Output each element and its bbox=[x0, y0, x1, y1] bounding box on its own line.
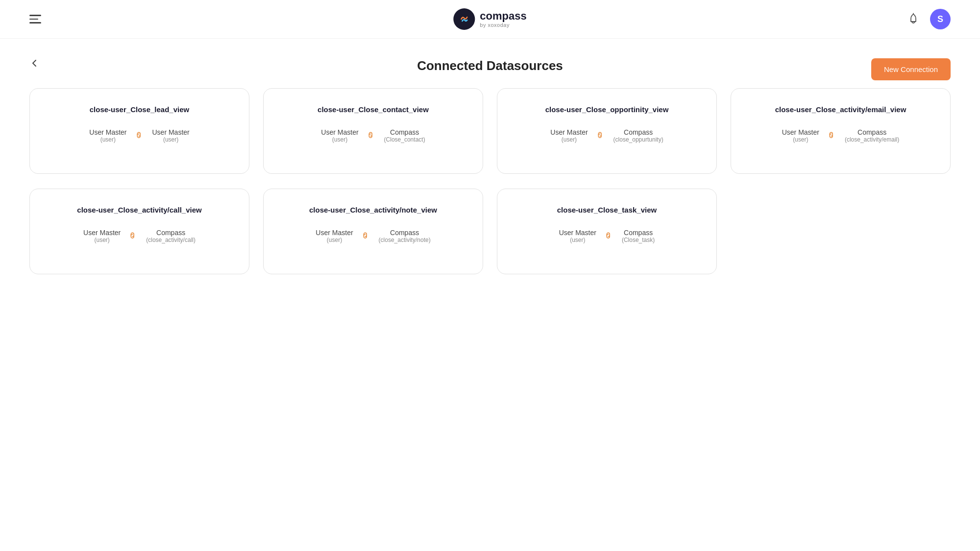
card-title: close-user_Close_activity/email_view bbox=[743, 104, 938, 115]
connection-card: close-user_Close_activity/note_view User… bbox=[263, 189, 483, 274]
card-title: close-user_Close_task_view bbox=[509, 205, 705, 215]
target-sub: (Close_task) bbox=[622, 237, 655, 243]
logo-name: compass bbox=[480, 10, 526, 22]
link-icon bbox=[824, 128, 840, 144]
header-right: S bbox=[905, 9, 951, 29]
card-title: close-user_Close_contact_view bbox=[275, 104, 471, 115]
connection-card: close-user_Close_activity/call_view User… bbox=[29, 189, 249, 274]
connection-card: close-user_Close_task_view User Master (… bbox=[497, 189, 717, 274]
connection-card: close-user_Close_activity/email_view Use… bbox=[731, 88, 951, 174]
target-name: User Master bbox=[152, 128, 190, 136]
source-sub: (user) bbox=[100, 136, 116, 143]
link-icon bbox=[125, 228, 141, 244]
connection-source: User Master (user) bbox=[782, 128, 819, 143]
source-sub: (user) bbox=[94, 237, 109, 243]
card-connection: User Master (user) User Master (user) bbox=[42, 128, 237, 143]
logo-text: compass by xoxoday bbox=[480, 10, 526, 28]
source-sub: (user) bbox=[332, 136, 347, 143]
card-connection: User Master (user) Compass (Close_contac… bbox=[275, 128, 471, 143]
target-sub: (Close_contact) bbox=[384, 136, 425, 143]
target-name: Compass bbox=[156, 229, 185, 237]
connection-target: User Master (user) bbox=[152, 128, 190, 143]
target-name: Compass bbox=[858, 128, 886, 136]
source-sub: (user) bbox=[562, 136, 577, 143]
target-sub: (close_activity/call) bbox=[146, 237, 196, 243]
source-name: User Master bbox=[316, 229, 353, 237]
card-connection: User Master (user) Compass (close_activi… bbox=[275, 229, 471, 243]
connection-card: close-user_Close_lead_view User Master (… bbox=[29, 88, 249, 174]
header: compass by xoxoday S bbox=[0, 0, 980, 39]
hamburger-menu-icon[interactable] bbox=[29, 15, 41, 24]
target-name: Compass bbox=[390, 229, 419, 237]
link-icon bbox=[593, 128, 609, 144]
card-title: close-user_Close_activity/call_view bbox=[42, 205, 237, 215]
page-title: Connected Datasources bbox=[29, 58, 951, 73]
logo-icon bbox=[453, 8, 475, 30]
source-name: User Master bbox=[321, 128, 358, 136]
logo-area: compass by xoxoday bbox=[453, 8, 526, 30]
source-name: User Master bbox=[559, 229, 596, 237]
connection-source: User Master (user) bbox=[559, 229, 596, 243]
cards-grid-row2: close-user_Close_activity/call_view User… bbox=[29, 189, 951, 274]
card-title: close-user_Close_activity/note_view bbox=[275, 205, 471, 215]
card-connection: User Master (user) Compass (close_oppurt… bbox=[509, 128, 705, 143]
connection-source: User Master (user) bbox=[83, 229, 121, 243]
cards-grid-row1: close-user_Close_lead_view User Master (… bbox=[29, 88, 951, 174]
connection-source: User Master (user) bbox=[316, 229, 353, 243]
connection-target: Compass (close_oppurtunity) bbox=[613, 128, 663, 143]
logo-sub: by xoxoday bbox=[480, 22, 526, 28]
source-name: User Master bbox=[83, 229, 121, 237]
back-button[interactable] bbox=[29, 58, 39, 68]
user-avatar[interactable]: S bbox=[930, 9, 951, 29]
main-content: Connected Datasources New Connection clo… bbox=[0, 39, 980, 294]
link-icon bbox=[132, 128, 147, 144]
source-name: User Master bbox=[89, 128, 126, 136]
connection-card: close-user_Close_opportinity_view User M… bbox=[497, 88, 717, 174]
link-icon bbox=[358, 228, 374, 244]
source-sub: (user) bbox=[570, 237, 585, 243]
card-title: close-user_Close_lead_view bbox=[42, 104, 237, 115]
connection-source: User Master (user) bbox=[89, 128, 126, 143]
target-sub: (user) bbox=[163, 136, 178, 143]
svg-point-0 bbox=[457, 12, 471, 26]
connection-source: User Master (user) bbox=[321, 128, 358, 143]
connection-target: Compass (close_activity/email) bbox=[845, 128, 899, 143]
card-connection: User Master (user) Compass (close_activi… bbox=[42, 229, 237, 243]
target-name: Compass bbox=[624, 229, 653, 237]
target-sub: (close_oppurtunity) bbox=[613, 136, 663, 143]
source-name: User Master bbox=[782, 128, 819, 136]
link-icon bbox=[364, 128, 379, 144]
connection-target: Compass (close_activity/call) bbox=[146, 229, 196, 243]
connection-target: Compass (Close_task) bbox=[622, 229, 655, 243]
link-icon bbox=[601, 228, 617, 244]
card-connection: User Master (user) Compass (Close_task) bbox=[509, 229, 705, 243]
card-title: close-user_Close_opportinity_view bbox=[509, 104, 705, 115]
connection-source: User Master (user) bbox=[550, 128, 588, 143]
connection-card: close-user_Close_contact_view User Maste… bbox=[263, 88, 483, 174]
connection-target: Compass (Close_contact) bbox=[384, 128, 425, 143]
notification-bell-icon[interactable] bbox=[905, 10, 922, 28]
target-sub: (close_activity/note) bbox=[379, 237, 431, 243]
target-name: Compass bbox=[390, 128, 419, 136]
source-sub: (user) bbox=[793, 136, 808, 143]
connection-target: Compass (close_activity/note) bbox=[379, 229, 431, 243]
target-name: Compass bbox=[624, 128, 653, 136]
card-connection: User Master (user) Compass (close_activi… bbox=[743, 128, 938, 143]
header-left bbox=[29, 15, 41, 24]
new-connection-button[interactable]: New Connection bbox=[871, 58, 951, 80]
source-name: User Master bbox=[550, 128, 588, 136]
target-sub: (close_activity/email) bbox=[845, 136, 899, 143]
source-sub: (user) bbox=[327, 237, 342, 243]
